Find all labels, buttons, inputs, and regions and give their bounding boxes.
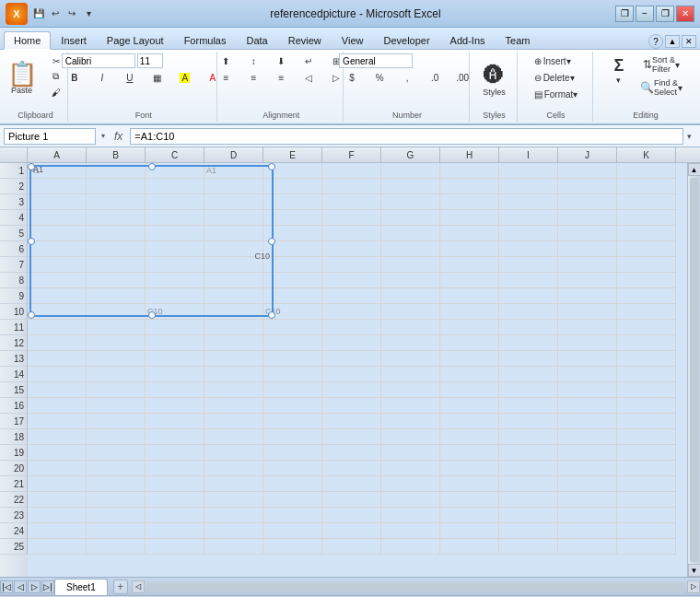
row-header-7[interactable]: 7 — [0, 257, 28, 273]
align-top-button[interactable]: ⬆ — [213, 53, 239, 68]
row-header-4[interactable]: 4 — [0, 210, 28, 226]
cell-i1[interactable] — [499, 163, 558, 179]
sheet-tab-1[interactable]: Sheet1 — [54, 579, 108, 595]
cell-c1[interactable] — [146, 163, 204, 179]
row-header-25[interactable]: 25 — [0, 539, 28, 555]
sheet-nav-first[interactable]: |◁ — [0, 580, 13, 593]
scroll-left-btn[interactable]: ◁ — [132, 580, 145, 593]
col-header-c[interactable]: C — [146, 147, 204, 162]
tab-page-layout[interactable]: Page Layout — [97, 31, 174, 49]
align-middle-button[interactable]: ↕ — [240, 53, 266, 68]
row-header-1[interactable]: 1 — [0, 163, 28, 179]
row-header-10[interactable]: 10 — [0, 304, 28, 320]
row-header-15[interactable]: 15 — [0, 382, 28, 398]
col-header-g[interactable]: G — [381, 147, 440, 162]
tab-review[interactable]: Review — [278, 31, 332, 49]
font-name-input[interactable]: Calibri — [62, 53, 135, 68]
format-cells-button[interactable]: ▤ Format ▾ — [531, 87, 582, 101]
sort-filter-button[interactable]: ⇅ Sort &Filter ▾ — [636, 53, 686, 76]
row-header-11[interactable]: 11 — [0, 320, 28, 335]
italic-button[interactable]: I — [89, 70, 115, 85]
cell-k1[interactable] — [617, 163, 676, 179]
col-header-b[interactable]: B — [87, 147, 146, 162]
app-restore-btn[interactable]: ❐ — [615, 6, 634, 22]
cell-j1[interactable] — [558, 163, 617, 179]
cell-f1[interactable] — [322, 163, 381, 179]
bold-button[interactable]: B — [62, 70, 88, 85]
find-select-button[interactable]: 🔍 Find &Select ▾ — [636, 76, 686, 99]
paste-button[interactable]: 📋 Paste — [3, 53, 41, 103]
row-header-17[interactable]: 17 — [0, 414, 28, 429]
col-header-i[interactable]: I — [499, 147, 558, 162]
grid-cells[interactable]: A1 A1 — [28, 163, 687, 577]
percent-button[interactable]: % — [367, 70, 392, 85]
row-header-9[interactable]: 9 — [0, 288, 28, 304]
redo-quick-btn[interactable]: ↪ — [64, 6, 79, 21]
row-header-13[interactable]: 13 — [0, 351, 28, 367]
sheet-nav-next[interactable]: ▷ — [28, 580, 41, 593]
undo-quick-btn[interactable]: ↩ — [48, 6, 63, 21]
currency-button[interactable]: $ — [339, 70, 365, 85]
styles-button[interactable]: 🅐 Styles — [478, 55, 510, 105]
tab-addins[interactable]: Add-Ins — [440, 31, 496, 49]
tab-view[interactable]: View — [332, 31, 374, 49]
formula-input[interactable] — [130, 128, 683, 145]
scroll-right-btn[interactable]: ▷ — [687, 580, 700, 593]
v-scroll-thumb[interactable] — [690, 178, 699, 562]
minimize-btn[interactable]: − — [636, 6, 654, 22]
scroll-down-btn[interactable]: ▼ — [688, 564, 701, 577]
formula-bar-expand[interactable]: ▾ — [687, 132, 696, 141]
col-header-a[interactable]: A — [28, 147, 87, 162]
col-header-j[interactable]: J — [558, 147, 617, 162]
font-size-input[interactable]: 11 — [137, 53, 163, 68]
underline-button[interactable]: U — [117, 70, 143, 85]
tab-data[interactable]: Data — [236, 31, 277, 49]
cell-g1[interactable] — [381, 163, 440, 179]
ribbon-close-btn[interactable]: ✕ — [682, 35, 696, 48]
row-header-19[interactable]: 19 — [0, 445, 28, 461]
border-button[interactable]: ▦ — [145, 70, 170, 85]
col-header-k[interactable]: K — [617, 147, 676, 162]
tab-formulas[interactable]: Formulas — [174, 31, 237, 49]
horizontal-scrollbar[interactable]: ◁ ▷ — [132, 580, 700, 593]
h-scroll-thumb[interactable] — [146, 582, 685, 591]
cell-a2[interactable] — [28, 179, 87, 194]
wrap-text-button[interactable]: ↵ — [296, 53, 321, 68]
row-header-14[interactable]: 14 — [0, 367, 28, 382]
row-header-22[interactable]: 22 — [0, 492, 28, 508]
name-box-dropdown[interactable]: ▾ — [99, 132, 107, 140]
row-header-8[interactable]: 8 — [0, 273, 28, 288]
tab-team[interactable]: Team — [496, 31, 541, 49]
autosum-button[interactable]: Σ ▾ — [605, 53, 633, 88]
decrease-indent-button[interactable]: ◁ — [296, 70, 321, 85]
cell-h1[interactable] — [440, 163, 499, 179]
row-header-3[interactable]: 3 — [0, 194, 28, 210]
insert-cells-button[interactable]: ⊕ Insert ▾ — [531, 53, 575, 68]
cell-b1[interactable] — [87, 163, 146, 179]
row-header-23[interactable]: 23 — [0, 508, 28, 523]
cell-e1[interactable] — [263, 163, 322, 179]
align-right-button[interactable]: ≡ — [268, 70, 294, 85]
save-quick-btn[interactable]: 💾 — [31, 6, 46, 21]
select-all-button[interactable] — [0, 147, 28, 162]
col-header-d[interactable]: D — [204, 147, 263, 162]
row-header-20[interactable]: 20 — [0, 461, 28, 476]
col-header-h[interactable]: H — [440, 147, 499, 162]
add-sheet-button[interactable]: + — [113, 579, 128, 594]
row-header-16[interactable]: 16 — [0, 398, 28, 414]
tab-developer[interactable]: Developer — [373, 31, 439, 49]
restore-btn[interactable]: ❐ — [656, 6, 674, 22]
tab-insert[interactable]: Insert — [51, 31, 97, 49]
cell-a1[interactable]: A1 — [28, 163, 87, 179]
office-logo-icon[interactable]: X — [6, 3, 28, 25]
row-header-5[interactable]: 5 — [0, 226, 28, 241]
cell-d1[interactable]: A1 — [204, 163, 263, 179]
ribbon-minimize-btn[interactable]: ▲ — [665, 35, 680, 48]
delete-cells-button[interactable]: ⊖ Delete ▾ — [531, 70, 578, 85]
row-header-6[interactable]: 6 — [0, 241, 28, 257]
sheet-nav-prev[interactable]: ◁ — [14, 580, 27, 593]
row-header-24[interactable]: 24 — [0, 523, 28, 539]
close-btn[interactable]: ✕ — [676, 6, 694, 22]
comma-button[interactable]: , — [394, 70, 420, 85]
row-header-21[interactable]: 21 — [0, 476, 28, 492]
